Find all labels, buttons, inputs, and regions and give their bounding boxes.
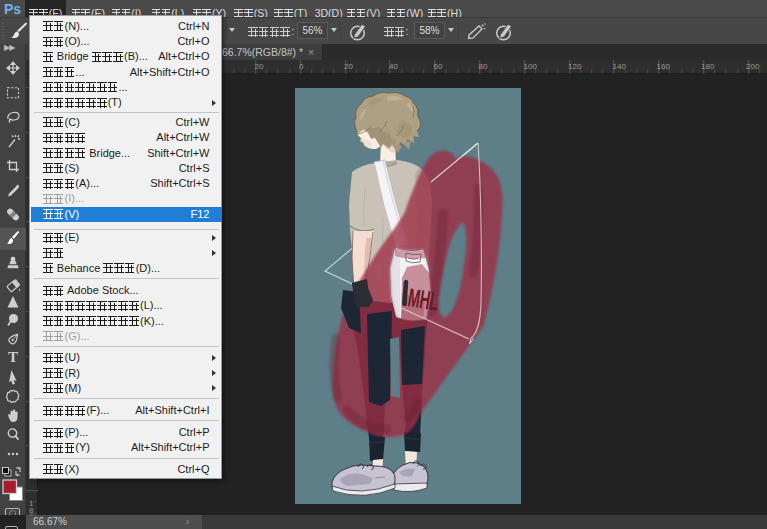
svg-text:T: T xyxy=(8,349,18,365)
